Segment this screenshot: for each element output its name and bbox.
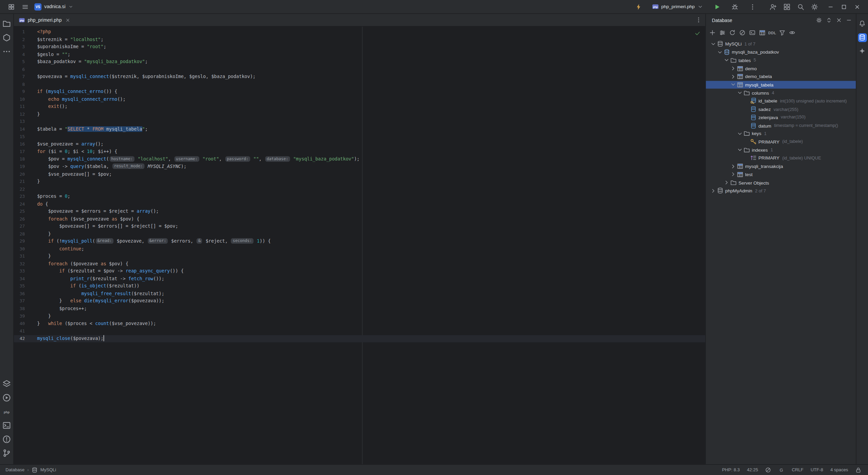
line-number[interactable]: 32 [14,260,25,268]
tab-close-icon[interactable] [65,17,71,22]
line-number[interactable]: 19 [14,163,25,170]
code-line-22[interactable]: 22 [14,185,705,193]
db-tree-row[interactable]: mysqli_tabela [706,81,856,89]
settings-icon[interactable] [811,3,818,10]
chevron-right-icon[interactable] [730,163,736,169]
tab-php-primeri[interactable]: php php_primeri.php [14,14,76,26]
debug-button[interactable] [731,3,738,10]
line-number[interactable]: 13 [14,118,25,126]
code-line-38[interactable]: 38 $proces++; [14,305,705,312]
line-number[interactable]: 28 [14,230,25,238]
ddl-icon[interactable]: DDL [768,28,776,37]
db-tree-row[interactable]: demo [706,64,856,73]
chevron-right-icon[interactable] [710,188,716,194]
expand-collapse-icon[interactable] [825,16,833,24]
db-tree-row[interactable]: sadezvarchar(255) [706,105,856,113]
line-number[interactable]: 6 [14,65,25,73]
line-number[interactable]: 15 [14,133,25,140]
code-line-41[interactable]: 41 [14,327,705,335]
db-tree-row[interactable]: columns4 [706,89,856,97]
line-number[interactable]: 42 [14,335,25,342]
main-menu-icon[interactable] [22,3,29,10]
code-line-1[interactable]: 1<?php [14,28,705,36]
code-line-27[interactable]: 27 $povezave[] = $errors[] = $reject[] =… [14,223,705,230]
line-number[interactable]: 26 [14,215,25,223]
code-line-31[interactable]: 31 } [14,252,705,260]
code-line-4[interactable]: 4$geslo = ""; [14,51,705,58]
run-config-selector[interactable]: php php_primeri.php [650,2,706,11]
code-line-26[interactable]: 26 foreach ($vse_povezave as $pov) { [14,215,705,223]
project-tool-icon[interactable] [2,19,11,28]
line-number[interactable]: 7 [14,73,25,81]
line-number[interactable]: 10 [14,96,25,103]
lightning-icon[interactable] [635,3,642,10]
line-number[interactable]: 18 [14,155,25,163]
line-number[interactable]: 30 [14,245,25,252]
refresh-icon[interactable] [728,28,737,37]
line-number[interactable]: 14 [14,126,25,133]
line-number[interactable]: 36 [14,290,25,298]
line-number[interactable]: 1 [14,28,25,36]
line-number[interactable]: 33 [14,268,25,275]
code-line-18[interactable]: 18 $pov = mysqli_connect(hostname: "loca… [14,155,705,163]
cursor-position[interactable]: 42:25 [747,467,758,472]
db-tree-row[interactable]: mysqli_transakcija [706,162,856,170]
db-tree-row[interactable]: demo_tabela [706,73,856,81]
editor[interactable]: 1<?php2$streznik = "localhost";3$uporabn… [14,26,705,464]
code-line-23[interactable]: 23$proces = 0; [14,193,705,200]
hide-panel-icon[interactable] [845,16,853,24]
line-number[interactable]: 4 [14,51,25,58]
layout-icon[interactable] [783,3,790,10]
chevron-down-icon[interactable] [730,82,736,88]
code-line-7[interactable]: 7$povezava = mysqli_connect($streznik, $… [14,73,705,81]
db-tree-row[interactable]: MySQLi1 of 7 [706,40,856,48]
code-line-42[interactable]: 42mysqli_close($povezava); [14,335,705,342]
app-menu-icon[interactable] [8,3,15,10]
code-line-30[interactable]: 30 continue; [14,245,705,252]
db-tree-row[interactable]: PRIMARY(id_tabele) [706,138,856,146]
code-line-28[interactable]: 28 } [14,230,705,238]
code-line-9[interactable]: 9if (mysqli_connect_errno()) { [14,88,705,96]
line-number[interactable]: 12 [14,111,25,118]
db-tree-row[interactable]: mysqli_baza_podatkov [706,48,856,56]
line-number[interactable]: 3 [14,43,25,51]
close-panel-icon[interactable] [835,16,843,24]
chevron-down-icon[interactable] [737,131,743,137]
chevron-down-icon[interactable] [717,49,723,55]
window-minimize-icon[interactable] [824,0,837,14]
db-tree-row[interactable]: zelenjavavarchar(150) [706,113,856,121]
view-options-icon[interactable] [788,28,796,37]
chevron-right-icon[interactable] [730,65,736,72]
query-console-icon[interactable] [748,28,757,37]
filter-icon[interactable] [778,28,787,37]
window-maximize-icon[interactable] [837,0,850,14]
db-tree-row[interactable]: indexes1 [706,146,856,154]
line-number[interactable]: 9 [14,88,25,96]
line-number[interactable]: 31 [14,252,25,260]
line-number[interactable]: 11 [14,103,25,111]
chevron-down-icon[interactable] [737,147,743,153]
code-line-12[interactable]: 12} [14,111,705,118]
code-line-36[interactable]: 36 mysqli_free_result($rezultat); [14,290,705,298]
ai-assistant-tool-icon[interactable] [858,47,867,56]
code-line-5[interactable]: 5$baza_podatkov = "mysqli_baza_podatkov"… [14,58,705,65]
line-number[interactable]: 8 [14,81,25,88]
line-number[interactable]: 29 [14,238,25,245]
code-line-8[interactable]: 8 [14,81,705,88]
terminal-tool-icon[interactable] [2,421,11,430]
code-line-14[interactable]: 14$tabela = "SELECT * FROM mysqli_tabela… [14,126,705,133]
project-selector[interactable]: VS vadnica.si [34,3,74,10]
line-number[interactable]: 5 [14,58,25,65]
line-number[interactable]: 23 [14,193,25,200]
line-number[interactable]: 34 [14,275,25,283]
line-number[interactable]: 22 [14,185,25,193]
more-tool-windows-icon[interactable] [2,47,11,56]
line-number[interactable]: 38 [14,305,25,312]
search-icon[interactable] [797,3,804,10]
line-number[interactable]: 37 [14,298,25,305]
db-tree-row[interactable]: keys1 [706,130,856,138]
code-line-21[interactable]: 21} [14,178,705,185]
line-number[interactable]: 2 [14,36,25,43]
chevron-right-icon[interactable] [724,179,730,186]
code-line-17[interactable]: 17for ($i = 0; $i < 10; $i++) { [14,148,705,155]
